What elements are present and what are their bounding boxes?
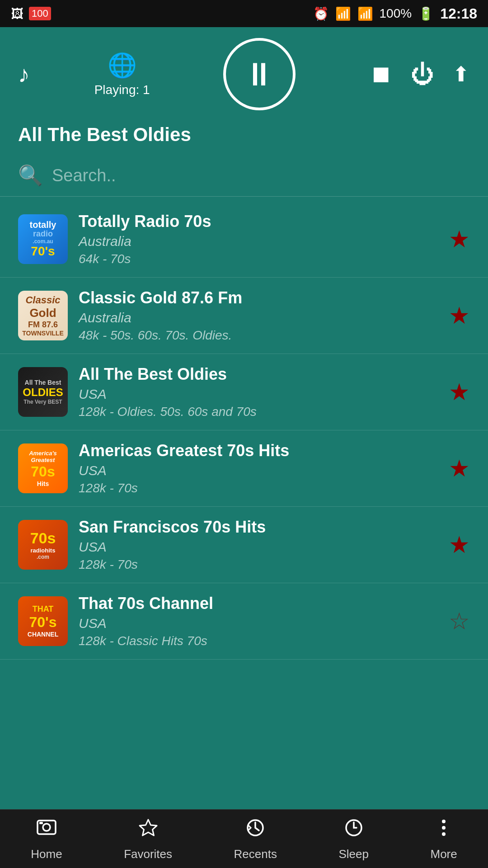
favorite-button[interactable]: ★ [449,226,470,253]
nav-label-sleep: Sleep [338,847,369,861]
nav-item-more[interactable]: More [430,817,457,861]
station-name: Classic Gold 87.6 Fm [79,288,438,307]
station-name: Americas Greatest 70s Hits [79,441,438,460]
svg-point-7 [442,826,446,830]
station-logo: Classic Gold FM 87.6 TOWNSVILLE [18,291,68,340]
globe-section[interactable]: 🌐 Playing: 1 [94,52,150,97]
svg-marker-3 [140,820,157,835]
station-meta: 48k - 50s. 60s. 70s. Oldies. [79,328,438,343]
pause-icon: ⏸ [243,56,276,93]
bottom-nav: Home Favorites Recents Sleep [0,809,488,868]
nav-item-favorites[interactable]: Favorites [124,817,172,861]
photo-icon: 🖼 [11,6,23,21]
sleep-icon [343,817,365,844]
station-info: Totally Radio 70s Australia 64k - 70s [79,212,438,266]
search-icon: 🔍 [18,164,43,187]
music-note-section: ♪ [18,61,30,88]
svg-rect-2 [39,822,43,824]
top-controls: ♪ 🌐 Playing: 1 ⏸ ⏹ ⏻ ⬆ [0,27,488,119]
favorite-button[interactable]: ★ [449,455,470,482]
pause-button[interactable]: ⏸ [223,38,296,110]
station-country: USA [79,539,438,555]
power-button[interactable]: ⏻ [411,61,434,88]
station-logo: totally radio .com.au 70's [18,214,68,264]
station-info: That 70s Channel USA 128k - Classic Hits… [79,594,438,648]
station-logo: 70s radiohits .com [18,520,68,570]
home-icon [36,817,57,844]
music-note-icon: ♪ [18,61,30,88]
alarm-icon: ⏰ [313,6,329,21]
wifi-icon: 📶 [335,6,351,21]
battery-icon: 🔋 [418,6,434,21]
search-input[interactable] [52,166,470,185]
signal-icon: 📶 [357,6,373,21]
svg-point-1 [43,824,50,831]
globe-icon: 🌐 [108,52,137,79]
status-time: 12:18 [440,5,477,22]
main-content: ♪ 🌐 Playing: 1 ⏸ ⏹ ⏻ ⬆ All The Best Oldi… [0,27,488,809]
station-country: USA [79,387,438,402]
battery-label: 100% [380,6,412,21]
station-list: totally radio .com.au 70's Totally Radio… [0,201,488,809]
nav-item-sleep[interactable]: Sleep [338,817,369,861]
nav-label-favorites: Favorites [124,847,172,861]
search-bar: 🔍 [0,155,488,197]
station-title: All The Best Oldies [0,119,488,155]
station-item[interactable]: Classic Gold FM 87.6 TOWNSVILLE Classic … [0,278,488,354]
station-meta: 128k - 70s [79,481,438,495]
nav-label-more: More [430,847,457,861]
station-name: Totally Radio 70s [79,212,438,231]
favorite-button[interactable]: ★ [449,378,470,406]
station-logo: America's Greatest 70s Hits [18,443,68,493]
station-meta: 128k - 70s [79,557,438,572]
share-button[interactable]: ⬆ [452,62,470,86]
svg-point-8 [442,832,446,836]
station-meta: 128k - Oldies. 50s. 60s and 70s [79,405,438,419]
station-country: Australia [79,234,438,249]
station-info: All The Best Oldies USA 128k - Oldies. 5… [79,365,438,419]
more-icon [433,817,455,844]
station-item[interactable]: All The Best OLDIES The Very BEST All Th… [0,354,488,430]
station-logo: THAT 70's CHANNEL [18,596,68,646]
favorite-button[interactable]: ☆ [449,608,470,635]
station-country: USA [79,463,438,478]
station-item[interactable]: THAT 70's CHANNEL That 70s Channel USA 1… [0,583,488,660]
station-country: USA [79,616,438,631]
status-right-icons: ⏰ 📶 📶 100% 🔋 12:18 [313,5,477,22]
station-meta: 64k - 70s [79,252,438,266]
station-country: Australia [79,310,438,326]
stop-button[interactable]: ⏹ [369,61,393,88]
svg-point-6 [442,820,446,823]
station-item[interactable]: 70s radiohits .com San Franciscos 70s Hi… [0,507,488,583]
station-info: San Franciscos 70s Hits USA 128k - 70s [79,518,438,572]
station-meta: 128k - Classic Hits 70s [79,634,438,648]
favorite-button[interactable]: ★ [449,302,470,329]
nav-item-home[interactable]: Home [31,817,62,861]
radio-app-icon: 100 [29,7,51,20]
status-bar: 🖼 100 ⏰ 📶 📶 100% 🔋 12:18 [0,0,488,27]
recents-icon [244,817,266,844]
station-info: Classic Gold 87.6 Fm Australia 48k - 50s… [79,288,438,343]
status-left-icons: 🖼 100 [11,6,51,21]
station-name: That 70s Channel [79,594,438,613]
nav-label-recents: Recents [234,847,277,861]
favorite-button[interactable]: ★ [449,531,470,558]
nav-item-recents[interactable]: Recents [234,817,277,861]
nav-label-home: Home [31,847,62,861]
station-name: All The Best Oldies [79,365,438,384]
station-item[interactable]: America's Greatest 70s Hits Americas Gre… [0,430,488,507]
station-logo: All The Best OLDIES The Very BEST [18,367,68,417]
station-item[interactable]: totally radio .com.au 70's Totally Radio… [0,201,488,278]
playing-label: Playing: 1 [94,83,150,97]
station-name: San Franciscos 70s Hits [79,518,438,537]
right-controls: ⏹ ⏻ ⬆ [369,61,470,88]
station-info: Americas Greatest 70s Hits USA 128k - 70… [79,441,438,495]
favorites-icon [137,817,159,844]
